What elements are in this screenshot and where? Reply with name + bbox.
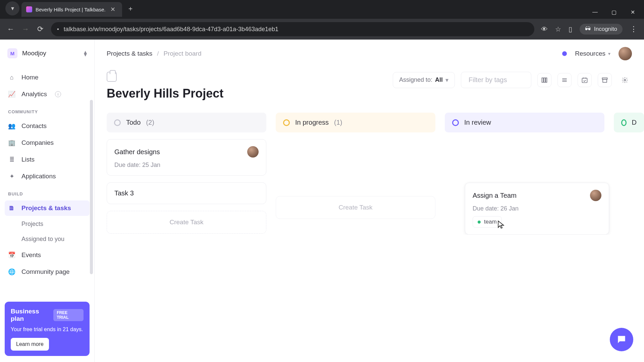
column-header-done[interactable]: D xyxy=(614,113,644,132)
chevron-down-icon: ▾ xyxy=(445,76,448,84)
user-avatar[interactable] xyxy=(619,47,632,60)
svg-rect-1 xyxy=(544,78,545,82)
column-header-in-progress[interactable]: In progress (1) xyxy=(276,113,435,132)
archive-button[interactable] xyxy=(598,73,612,87)
lists-icon: ≣ xyxy=(8,156,15,163)
chat-icon xyxy=(616,334,627,345)
sidebar-item-label: Projects & tasks xyxy=(21,204,71,212)
task-due: Due date: 25 Jan xyxy=(114,162,259,169)
sidebar-item-lists[interactable]: ≣ Lists xyxy=(5,152,90,167)
sidebar-item-home[interactable]: ⌂ Home xyxy=(5,70,90,85)
sidebar-item-community-page[interactable]: 🌐 Community page xyxy=(5,264,90,280)
lock-icon: ▪ xyxy=(57,26,59,32)
bookmark-star-icon[interactable]: ☆ xyxy=(555,25,561,33)
svg-point-9 xyxy=(624,79,626,81)
incognito-badge[interactable]: 🕶 Incognito xyxy=(580,24,623,35)
drop-placeholder xyxy=(276,139,435,189)
settings-button[interactable] xyxy=(618,73,632,87)
tab-search-button[interactable]: ▾ xyxy=(5,1,19,15)
learn-more-button[interactable]: Learn more xyxy=(11,338,49,351)
breadcrumb: Projects & tasks / Project board xyxy=(107,50,202,57)
sidebar-item-label: Companies xyxy=(21,139,54,146)
tags-filter-input[interactable]: Filter by tags xyxy=(461,72,531,88)
contacts-icon: 👥 xyxy=(8,122,15,130)
sidebar-item-analytics[interactable]: 📈 Analytics i xyxy=(5,86,90,102)
task-due: Due date: 26 Jan xyxy=(473,205,601,212)
incognito-label: Incognito xyxy=(594,26,617,33)
info-icon[interactable]: i xyxy=(55,91,61,97)
workspace-name: Moodjoy xyxy=(22,50,46,57)
sidebar-item-label: Lists xyxy=(21,156,35,163)
sidebar-item-contacts[interactable]: 👥 Contacts xyxy=(5,118,90,134)
side-panel-icon[interactable]: ▯ xyxy=(569,25,572,33)
column-header-in-review[interactable]: In review xyxy=(445,113,604,132)
calendar-check-icon xyxy=(581,77,588,83)
calendar-button[interactable] xyxy=(578,73,592,87)
assignee-avatar[interactable] xyxy=(590,190,601,201)
task-tag[interactable]: team xyxy=(473,216,502,228)
minimize-icon[interactable]: ― xyxy=(592,9,598,15)
kanban-board: Todo (2) Gather designs Due date: 25 Jan… xyxy=(95,101,644,235)
chat-fab-button[interactable] xyxy=(610,328,633,351)
svg-rect-8 xyxy=(603,79,607,82)
status-ring-icon xyxy=(621,119,627,126)
resources-label: Resources xyxy=(575,50,605,57)
column-count: (1) xyxy=(334,119,342,126)
browser-tab[interactable]: Beverly Hills Project | Talkbase. ✕ xyxy=(21,2,122,17)
column-header-todo[interactable]: Todo (2) xyxy=(107,113,266,132)
chevron-down-icon: ▾ xyxy=(608,51,610,56)
sidebar-item-companies[interactable]: 🏢 Companies xyxy=(5,135,90,150)
task-card-dragging[interactable]: Assign a Team Due date: 26 Jan team xyxy=(465,183,609,235)
sidebar-item-projects-tasks[interactable]: 🗎 Projects & tasks xyxy=(5,200,90,216)
list-view-button[interactable] xyxy=(557,73,572,87)
new-tab-button[interactable]: ＋ xyxy=(125,3,136,14)
calendar-icon: 📅 xyxy=(8,251,15,259)
task-title: Assign a Team xyxy=(473,192,517,199)
favicon-icon xyxy=(26,6,32,12)
incognito-icon: 🕶 xyxy=(585,26,591,33)
back-icon[interactable]: ← xyxy=(7,25,15,34)
sidebar-item-label: Analytics xyxy=(21,90,47,98)
close-window-icon[interactable]: ✕ xyxy=(629,9,636,15)
sidebar-item-events[interactable]: 📅 Events xyxy=(5,247,90,263)
board-view-button[interactable] xyxy=(537,73,551,87)
browser-toolbar: ← → ⟳ ▪ talkbase.io/w/moodjoy/tasks/proj… xyxy=(0,19,644,40)
sidebar-sub-assigned[interactable]: Assigned to you xyxy=(5,232,90,246)
sidebar-item-applications[interactable]: ✦ Applications xyxy=(5,169,90,184)
sidebar-sub-projects[interactable]: Projects xyxy=(5,217,90,231)
eye-off-icon[interactable]: 👁 xyxy=(541,25,548,33)
sidebar-item-label: Contacts xyxy=(21,122,47,130)
browser-menu-icon[interactable]: ⋮ xyxy=(630,25,637,34)
create-task-button[interactable]: Create Task xyxy=(107,211,266,234)
task-title: Task 3 xyxy=(114,189,134,197)
task-card[interactable]: Task 3 xyxy=(107,182,266,204)
breadcrumb-separator: / xyxy=(157,50,159,57)
column-name: D xyxy=(632,119,637,126)
maximize-icon[interactable]: ▢ xyxy=(610,9,617,15)
promo-subtitle: Your free trial ends in 21 days. xyxy=(11,326,84,333)
assigned-label: Assigned to: xyxy=(399,76,432,83)
url-bar[interactable]: ▪ talkbase.io/w/moodjoy/tasks/projects/6… xyxy=(51,22,534,36)
breadcrumb-projects[interactable]: Projects & tasks xyxy=(107,50,152,57)
forward-icon[interactable]: → xyxy=(21,25,30,34)
tag-label: team xyxy=(484,219,497,225)
sidebar-section-community: COMMUNITY xyxy=(5,103,90,117)
resources-dropdown[interactable]: Resources ▾ xyxy=(575,50,610,57)
assigned-filter[interactable]: Assigned to: All ▾ xyxy=(393,72,455,88)
archive-icon xyxy=(601,77,608,83)
scrollbar-thumb[interactable] xyxy=(90,100,93,274)
workspace-badge: M xyxy=(7,48,17,58)
assignee-avatar[interactable] xyxy=(247,146,259,158)
tab-title: Beverly Hills Project | Talkbase. xyxy=(36,7,106,12)
task-card[interactable]: Gather designs Due date: 25 Jan xyxy=(107,139,266,176)
workspace-switcher[interactable]: M Moodjoy ▴▾ xyxy=(5,46,90,61)
svg-rect-0 xyxy=(542,78,543,82)
close-tab-icon[interactable]: ✕ xyxy=(109,6,117,13)
promo-card: Business plan FREE TRIAL Your free trial… xyxy=(5,302,90,356)
sidebar-section-build: BUILD xyxy=(5,185,90,199)
create-task-button[interactable]: Create Task xyxy=(276,196,435,219)
column-todo: Todo (2) Gather designs Due date: 25 Jan… xyxy=(107,113,266,235)
svg-rect-2 xyxy=(546,78,547,82)
reload-icon[interactable]: ⟳ xyxy=(36,25,44,34)
gear-icon xyxy=(622,77,628,83)
